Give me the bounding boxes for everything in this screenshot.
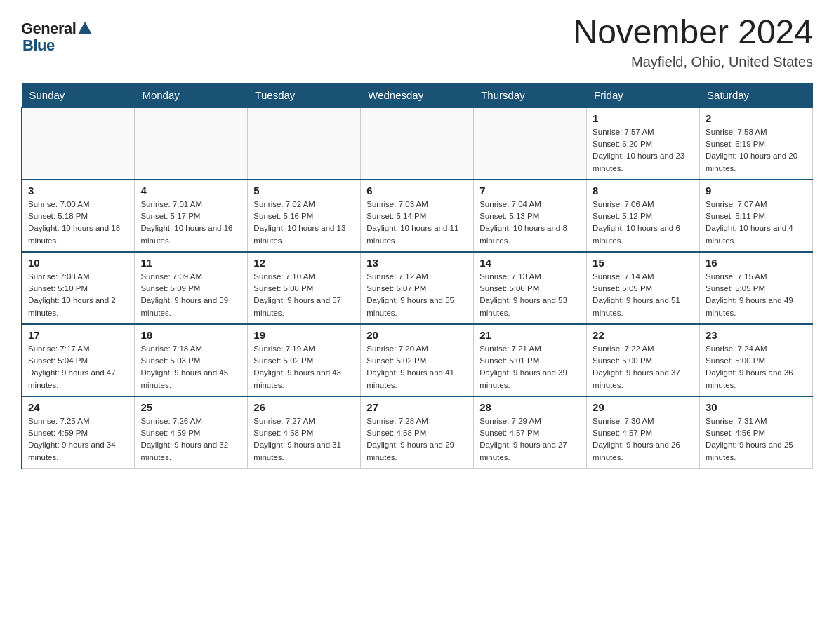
calendar-day-cell: 7Sunrise: 7:04 AMSunset: 5:13 PMDaylight…	[474, 180, 587, 252]
calendar-day-cell: 30Sunrise: 7:31 AMSunset: 4:56 PMDayligh…	[700, 396, 813, 469]
day-number: 24	[28, 401, 128, 413]
day-info: Sunrise: 7:21 AMSunset: 5:01 PMDaylight:…	[479, 343, 581, 391]
calendar-week-row: 24Sunrise: 7:25 AMSunset: 4:59 PMDayligh…	[22, 396, 813, 469]
day-number: 15	[593, 257, 694, 269]
calendar-week-row: 17Sunrise: 7:17 AMSunset: 5:04 PMDayligh…	[22, 324, 813, 396]
day-info: Sunrise: 7:15 AMSunset: 5:05 PMDaylight:…	[706, 271, 807, 319]
calendar-week-row: 3Sunrise: 7:00 AMSunset: 5:18 PMDaylight…	[22, 180, 813, 252]
day-number: 5	[253, 185, 355, 196]
logo-general-text: General	[21, 20, 76, 38]
day-number: 19	[253, 329, 355, 341]
calendar-day-cell: 24Sunrise: 7:25 AMSunset: 4:59 PMDayligh…	[22, 396, 135, 469]
day-info: Sunrise: 7:12 AMSunset: 5:07 PMDaylight:…	[366, 271, 468, 319]
day-number: 22	[593, 329, 694, 341]
day-info: Sunrise: 7:20 AMSunset: 5:02 PMDaylight:…	[366, 343, 468, 391]
day-number: 16	[706, 257, 807, 269]
day-info: Sunrise: 7:57 AMSunset: 6:20 PMDaylight:…	[593, 126, 694, 175]
calendar-day-cell	[22, 107, 135, 180]
day-info: Sunrise: 7:06 AMSunset: 5:12 PMDaylight:…	[593, 199, 694, 247]
day-info: Sunrise: 7:19 AMSunset: 5:02 PMDaylight:…	[253, 343, 355, 391]
day-number: 28	[479, 401, 581, 413]
calendar-day-cell: 6Sunrise: 7:03 AMSunset: 5:14 PMDaylight…	[361, 180, 474, 252]
calendar-day-cell: 9Sunrise: 7:07 AMSunset: 5:11 PMDaylight…	[700, 180, 813, 252]
calendar-day-cell: 29Sunrise: 7:30 AMSunset: 4:57 PMDayligh…	[587, 396, 700, 469]
calendar-day-cell: 21Sunrise: 7:21 AMSunset: 5:01 PMDayligh…	[474, 324, 587, 396]
calendar-day-cell: 10Sunrise: 7:08 AMSunset: 5:10 PMDayligh…	[22, 252, 135, 324]
day-info: Sunrise: 7:18 AMSunset: 5:03 PMDaylight:…	[140, 343, 241, 391]
calendar-day-cell: 26Sunrise: 7:27 AMSunset: 4:58 PMDayligh…	[248, 396, 361, 469]
calendar-day-cell: 2Sunrise: 7:58 AMSunset: 6:19 PMDaylight…	[700, 107, 813, 180]
calendar-table: SundayMondayTuesdayWednesdayThursdayFrid…	[21, 83, 813, 469]
logo: General Blue	[21, 20, 92, 55]
calendar-day-cell: 5Sunrise: 7:02 AMSunset: 5:16 PMDaylight…	[248, 180, 361, 252]
day-info: Sunrise: 7:04 AMSunset: 5:13 PMDaylight:…	[479, 199, 581, 247]
calendar-day-cell: 19Sunrise: 7:19 AMSunset: 5:02 PMDayligh…	[248, 324, 361, 396]
day-number: 9	[706, 185, 807, 196]
day-info: Sunrise: 7:14 AMSunset: 5:05 PMDaylight:…	[593, 271, 694, 319]
calendar-day-cell: 12Sunrise: 7:10 AMSunset: 5:08 PMDayligh…	[248, 252, 361, 324]
calendar-day-cell: 28Sunrise: 7:29 AMSunset: 4:57 PMDayligh…	[474, 396, 587, 469]
calendar-day-cell: 27Sunrise: 7:28 AMSunset: 4:58 PMDayligh…	[361, 396, 474, 469]
day-info: Sunrise: 7:58 AMSunset: 6:19 PMDaylight:…	[706, 126, 807, 175]
logo-triangle-icon	[78, 22, 92, 34]
title-block: November 2024 Mayfield, Ohio, United Sta…	[573, 14, 813, 70]
day-number: 13	[366, 257, 468, 269]
day-info: Sunrise: 7:03 AMSunset: 5:14 PMDaylight:…	[366, 199, 468, 247]
calendar-day-cell	[135, 107, 248, 180]
calendar-day-cell	[474, 107, 587, 180]
day-info: Sunrise: 7:13 AMSunset: 5:06 PMDaylight:…	[479, 271, 581, 319]
calendar-day-cell: 13Sunrise: 7:12 AMSunset: 5:07 PMDayligh…	[361, 252, 474, 324]
day-number: 20	[366, 329, 468, 341]
day-info: Sunrise: 7:25 AMSunset: 4:59 PMDaylight:…	[28, 415, 128, 464]
calendar-day-cell: 8Sunrise: 7:06 AMSunset: 5:12 PMDaylight…	[587, 180, 700, 252]
day-number: 14	[479, 257, 581, 269]
day-number: 21	[479, 329, 581, 341]
day-info: Sunrise: 7:10 AMSunset: 5:08 PMDaylight:…	[253, 271, 355, 319]
day-info: Sunrise: 7:00 AMSunset: 5:18 PMDaylight:…	[28, 199, 128, 247]
calendar-day-cell: 11Sunrise: 7:09 AMSunset: 5:09 PMDayligh…	[135, 252, 248, 324]
calendar-day-cell: 23Sunrise: 7:24 AMSunset: 5:00 PMDayligh…	[700, 324, 813, 396]
calendar-day-cell: 1Sunrise: 7:57 AMSunset: 6:20 PMDaylight…	[587, 107, 700, 180]
day-number: 29	[593, 401, 694, 413]
calendar-day-cell: 22Sunrise: 7:22 AMSunset: 5:00 PMDayligh…	[587, 324, 700, 396]
page-header: General Blue November 2024 Mayfield, Ohi…	[21, 14, 813, 70]
day-info: Sunrise: 7:24 AMSunset: 5:00 PMDaylight:…	[706, 343, 807, 391]
day-info: Sunrise: 7:28 AMSunset: 4:58 PMDaylight:…	[366, 415, 468, 464]
day-info: Sunrise: 7:17 AMSunset: 5:04 PMDaylight:…	[28, 343, 128, 391]
day-number: 23	[706, 329, 807, 341]
calendar-header-saturday: Saturday	[700, 83, 813, 107]
day-number: 7	[479, 185, 581, 196]
calendar-header-thursday: Thursday	[474, 83, 587, 107]
day-number: 1	[593, 112, 694, 124]
calendar-header-monday: Monday	[135, 83, 248, 107]
day-number: 25	[140, 401, 241, 413]
day-number: 10	[28, 257, 128, 269]
calendar-day-cell: 17Sunrise: 7:17 AMSunset: 5:04 PMDayligh…	[22, 324, 135, 396]
day-info: Sunrise: 7:26 AMSunset: 4:59 PMDaylight:…	[140, 415, 241, 464]
day-info: Sunrise: 7:07 AMSunset: 5:11 PMDaylight:…	[706, 199, 807, 247]
day-number: 3	[28, 185, 128, 196]
calendar-week-row: 10Sunrise: 7:08 AMSunset: 5:10 PMDayligh…	[22, 252, 813, 324]
calendar-day-cell	[361, 107, 474, 180]
day-number: 11	[140, 257, 241, 269]
calendar-day-cell: 20Sunrise: 7:20 AMSunset: 5:02 PMDayligh…	[361, 324, 474, 396]
calendar-header-wednesday: Wednesday	[361, 83, 474, 107]
day-info: Sunrise: 7:29 AMSunset: 4:57 PMDaylight:…	[479, 415, 581, 464]
month-title: November 2024	[573, 14, 813, 51]
calendar-day-cell: 18Sunrise: 7:18 AMSunset: 5:03 PMDayligh…	[135, 324, 248, 396]
day-number: 30	[706, 401, 807, 413]
day-info: Sunrise: 7:09 AMSunset: 5:09 PMDaylight:…	[140, 271, 241, 319]
calendar-day-cell: 25Sunrise: 7:26 AMSunset: 4:59 PMDayligh…	[135, 396, 248, 469]
day-info: Sunrise: 7:27 AMSunset: 4:58 PMDaylight:…	[253, 415, 355, 464]
day-info: Sunrise: 7:31 AMSunset: 4:56 PMDaylight:…	[706, 415, 807, 464]
day-number: 2	[706, 112, 807, 124]
day-info: Sunrise: 7:08 AMSunset: 5:10 PMDaylight:…	[28, 271, 128, 319]
logo-blue-text: Blue	[22, 36, 55, 55]
day-info: Sunrise: 7:01 AMSunset: 5:17 PMDaylight:…	[140, 199, 241, 247]
day-number: 26	[253, 401, 355, 413]
location-title: Mayfield, Ohio, United States	[573, 54, 813, 70]
day-number: 27	[366, 401, 468, 413]
day-number: 17	[28, 329, 128, 341]
calendar-day-cell: 14Sunrise: 7:13 AMSunset: 5:06 PMDayligh…	[474, 252, 587, 324]
calendar-day-cell: 3Sunrise: 7:00 AMSunset: 5:18 PMDaylight…	[22, 180, 135, 252]
